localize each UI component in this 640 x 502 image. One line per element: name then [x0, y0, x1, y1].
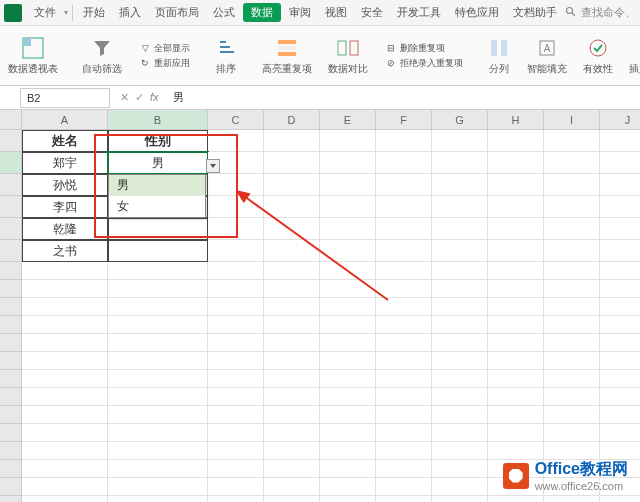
cell-H17[interactable] [488, 442, 544, 460]
cell-H20[interactable] [488, 496, 544, 502]
cell-J10[interactable] [600, 316, 640, 334]
file-menu[interactable]: 文件 [28, 3, 62, 22]
cell-G14[interactable] [432, 388, 488, 406]
cell-J5[interactable] [600, 218, 640, 240]
cell-D16[interactable] [264, 424, 320, 442]
cell-D20[interactable] [264, 496, 320, 502]
col-header-G[interactable]: G [432, 110, 488, 130]
ribbon-remove-dup[interactable]: ⊟删除重复项 [384, 41, 445, 55]
cell-B16[interactable] [108, 424, 208, 442]
cell-G8[interactable] [432, 280, 488, 298]
cell-C14[interactable] [208, 388, 264, 406]
cell-J4[interactable] [600, 196, 640, 218]
cell-E4[interactable] [320, 196, 376, 218]
cell-D15[interactable] [264, 406, 320, 424]
cell-D11[interactable] [264, 334, 320, 352]
cell-D8[interactable] [264, 280, 320, 298]
cell-G17[interactable] [432, 442, 488, 460]
cell-F20[interactable] [376, 496, 432, 502]
search-label[interactable]: 查找命令、 [581, 5, 636, 20]
cell-E13[interactable] [320, 370, 376, 388]
select-all-corner[interactable] [0, 110, 22, 130]
cell-F17[interactable] [376, 442, 432, 460]
tab-formula[interactable]: 公式 [207, 3, 241, 22]
row-header-7[interactable] [0, 262, 22, 280]
col-header-B[interactable]: B [108, 110, 208, 130]
cell-I3[interactable] [544, 174, 600, 196]
cell-E6[interactable] [320, 240, 376, 262]
tab-doc-helper[interactable]: 文档助手 [507, 3, 563, 22]
cell-E2[interactable] [320, 152, 376, 174]
ribbon-pivot[interactable]: 数据透视表 [4, 36, 62, 76]
cell-J15[interactable] [600, 406, 640, 424]
cell-G5[interactable] [432, 218, 488, 240]
cell-A12[interactable] [22, 352, 108, 370]
search-icon[interactable] [565, 6, 577, 20]
cell-J20[interactable] [600, 496, 640, 502]
cell-B19[interactable] [108, 478, 208, 496]
cell-D14[interactable] [264, 388, 320, 406]
cell-I13[interactable] [544, 370, 600, 388]
tab-insert[interactable]: 插入 [113, 3, 147, 22]
col-header-F[interactable]: F [376, 110, 432, 130]
cell-B12[interactable] [108, 352, 208, 370]
cell-A6[interactable]: 之书 [22, 240, 108, 262]
cell-G12[interactable] [432, 352, 488, 370]
tab-security[interactable]: 安全 [355, 3, 389, 22]
cell-H4[interactable] [488, 196, 544, 218]
cell-E7[interactable] [320, 262, 376, 280]
cell-A1[interactable]: 姓名 [22, 130, 108, 152]
ribbon-insert-dropdown[interactable]: 插入下拉列表 [625, 36, 640, 76]
cell-G13[interactable] [432, 370, 488, 388]
cell-I5[interactable] [544, 218, 600, 240]
cell-B17[interactable] [108, 442, 208, 460]
cell-G1[interactable] [432, 130, 488, 152]
ribbon-highlight-dup[interactable]: 高亮重复项 [258, 36, 316, 76]
cell-C10[interactable] [208, 316, 264, 334]
dropdown-option-female[interactable]: 女 [109, 196, 205, 217]
cell-I6[interactable] [544, 240, 600, 262]
cell-J2[interactable] [600, 152, 640, 174]
row-header-12[interactable] [0, 352, 22, 370]
cell-I15[interactable] [544, 406, 600, 424]
tab-review[interactable]: 审阅 [283, 3, 317, 22]
ribbon-reapply[interactable]: ↻重新应用 [138, 56, 190, 70]
cell-F11[interactable] [376, 334, 432, 352]
row-header-17[interactable] [0, 442, 22, 460]
cell-H11[interactable] [488, 334, 544, 352]
cell-A11[interactable] [22, 334, 108, 352]
cell-I20[interactable] [544, 496, 600, 502]
cell-E11[interactable] [320, 334, 376, 352]
cell-B14[interactable] [108, 388, 208, 406]
cell-E14[interactable] [320, 388, 376, 406]
cell-C17[interactable] [208, 442, 264, 460]
cell-I4[interactable] [544, 196, 600, 218]
name-box[interactable]: B2 [20, 88, 110, 108]
cell-F19[interactable] [376, 478, 432, 496]
cell-F15[interactable] [376, 406, 432, 424]
cell-E8[interactable] [320, 280, 376, 298]
cell-E1[interactable] [320, 130, 376, 152]
cell-B18[interactable] [108, 460, 208, 478]
cell-J17[interactable] [600, 442, 640, 460]
cell-J8[interactable] [600, 280, 640, 298]
cell-G19[interactable] [432, 478, 488, 496]
cell-F10[interactable] [376, 316, 432, 334]
fx-cancel-icon[interactable]: ✕ [120, 91, 129, 104]
dropdown-button[interactable] [206, 159, 220, 173]
cell-F8[interactable] [376, 280, 432, 298]
formula-input[interactable]: 男 [169, 90, 640, 105]
cell-E16[interactable] [320, 424, 376, 442]
cell-B20[interactable] [108, 496, 208, 502]
cell-J11[interactable] [600, 334, 640, 352]
cell-A18[interactable] [22, 460, 108, 478]
cell-A19[interactable] [22, 478, 108, 496]
cell-J16[interactable] [600, 424, 640, 442]
cell-F6[interactable] [376, 240, 432, 262]
cell-I7[interactable] [544, 262, 600, 280]
tab-home[interactable]: 开始 [77, 3, 111, 22]
ribbon-text-to-col[interactable]: 分列 [483, 36, 515, 76]
cell-A3[interactable]: 孙悦 [22, 174, 108, 196]
cell-F16[interactable] [376, 424, 432, 442]
tab-developer[interactable]: 开发工具 [391, 3, 447, 22]
